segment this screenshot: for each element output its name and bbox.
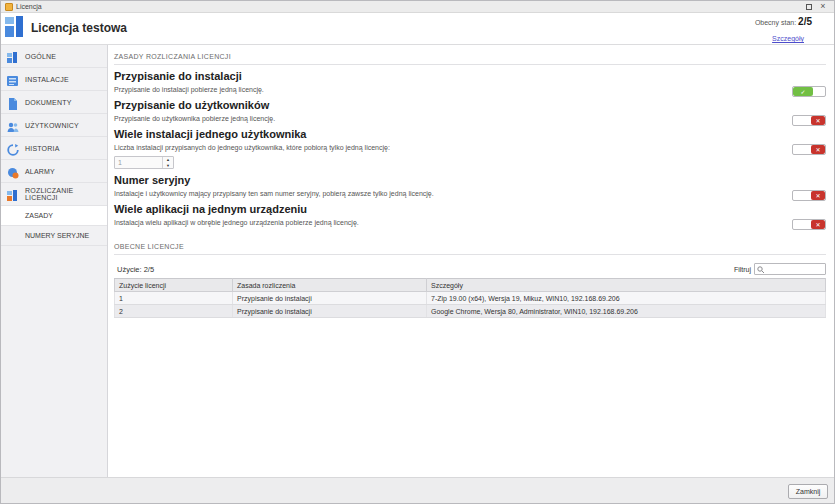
sidebar-item-historia[interactable]: HISTORIA [1, 137, 107, 160]
licenses-table: Zużycie licencji Zasada rozliczenia Szcz… [114, 278, 826, 318]
filter-search-box [754, 263, 826, 275]
table-row[interactable]: 2 Przypisanie do instalacji Google Chrom… [115, 305, 826, 318]
section-title-rules: ZASADY ROZLICZANIA LICENCJI [114, 50, 826, 60]
check-icon: ✓ [793, 87, 813, 96]
footer-bar: Zamknij [1, 477, 834, 503]
close-window-button[interactable]: × [816, 2, 830, 12]
x-icon: ✕ [811, 116, 825, 125]
history-icon [7, 142, 19, 154]
sidebar-item-instalacje[interactable]: INSTALACJE [1, 68, 107, 91]
page-title: Licencja testowa [31, 21, 127, 35]
restore-icon [806, 4, 812, 10]
users-icon [7, 119, 19, 131]
sidebar-item-dokumenty[interactable]: DOKUMENTY [1, 91, 107, 114]
current-state-value: 2/5 [798, 16, 812, 27]
divider [114, 64, 826, 65]
license-window: Licencja × Licencja testowa Obecny stan:… [0, 0, 835, 504]
table-row[interactable]: 1 Przypisanie do instalacji 7-Zip 19.00 … [115, 292, 826, 305]
col-header-details[interactable]: Szczegóły [427, 279, 826, 292]
x-icon: ✕ [811, 191, 825, 200]
restore-window-button[interactable] [802, 2, 816, 12]
usage-counter: Użycie: 2/5 [114, 265, 154, 274]
filter-label: Filtruj [734, 266, 751, 273]
sidebar-subitem-zasady[interactable]: ZASADY [1, 206, 107, 226]
header: Licencja testowa Obecny stan: 2/5 Szczeg… [1, 13, 834, 45]
alarm-icon [7, 165, 19, 177]
app-logo-icon [5, 16, 27, 38]
close-icon: × [820, 2, 825, 11]
col-header-rule[interactable]: Zasada rozliczenia [233, 279, 427, 292]
x-icon: ✕ [811, 220, 825, 229]
x-icon: ✕ [811, 145, 825, 154]
sidebar-item-ogolne[interactable]: OGÓLNE [1, 45, 107, 68]
divider [114, 254, 826, 255]
rule-numer-seryjny: Numer seryjny Instalacje i użytkownicy m… [114, 174, 826, 198]
installations-count-stepper[interactable]: 1 ▲▼ [114, 156, 174, 169]
sidebar: OGÓLNE INSTALACJE DOKUMENTY UŻYTKOWNICY … [1, 45, 108, 477]
toggle-wiele-instalacji[interactable]: ✕ [792, 144, 826, 155]
rule-wiele-instalacji: Wiele instalacji jednego użytkownika Lic… [114, 128, 826, 169]
window-title: Licencja [16, 3, 802, 10]
stepper-down-icon[interactable]: ▼ [163, 163, 173, 169]
filter-input[interactable] [765, 264, 825, 274]
license-billing-icon [7, 188, 19, 200]
details-link[interactable]: Szczegóły [772, 35, 804, 42]
blocks-icon [7, 50, 19, 62]
sidebar-subitem-numery-seryjne[interactable]: NUMERY SERYJNE [1, 226, 107, 246]
sidebar-item-uzytkownicy[interactable]: UŻYTKOWNICY [1, 114, 107, 137]
app-icon [5, 3, 13, 11]
search-icon [757, 266, 765, 274]
rule-wiele-aplikacji: Wiele aplikacji na jednym urządzeniu Ins… [114, 203, 826, 227]
toggle-numer-seryjny[interactable]: ✕ [792, 190, 826, 201]
toggle-przypisanie-do-uzytkownikow[interactable]: ✕ [792, 115, 826, 126]
installations-icon [7, 73, 19, 85]
col-header-usage[interactable]: Zużycie licencji [115, 279, 233, 292]
main-panel: ZASADY ROZLICZANIA LICENCJI Przypisanie … [109, 45, 834, 477]
current-state-label: Obecny stan: 2/5 [755, 16, 812, 27]
document-icon [7, 96, 19, 108]
section-title-current-licenses: OBECNE LICENCJE [114, 240, 826, 250]
titlebar: Licencja × [1, 1, 834, 13]
toggle-przypisanie-do-instalacji[interactable]: ✓ [792, 86, 826, 97]
stepper-arrows[interactable]: ▲▼ [162, 157, 173, 168]
toggle-wiele-aplikacji[interactable]: ✕ [792, 219, 826, 230]
close-dialog-button[interactable]: Zamknij [788, 484, 828, 499]
sidebar-item-rozliczanie-licencji[interactable]: ROZLICZANIE LICENCJI [1, 183, 107, 206]
sidebar-item-alarmy[interactable]: ALARMY [1, 160, 107, 183]
rule-przypisanie-do-instalacji: Przypisanie do instalacji Przypisanie do… [114, 70, 826, 94]
table-header-row: Zużycie licencji Zasada rozliczenia Szcz… [115, 279, 826, 292]
rule-przypisanie-do-uzytkownikow: Przypisanie do użytkowników Przypisanie … [114, 99, 826, 123]
